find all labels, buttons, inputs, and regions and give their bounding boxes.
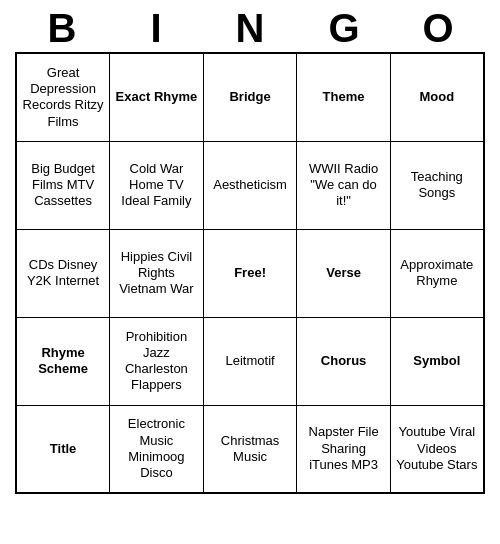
bingo-letter: I (109, 8, 203, 48)
bingo-cell: Leitmotif (203, 317, 297, 405)
bingo-letter: N (203, 8, 297, 48)
bingo-cell: Rhyme Scheme (16, 317, 110, 405)
bingo-cell: Electronic Music Minimoog Disco (110, 405, 204, 493)
bingo-cell: Cold War Home TV Ideal Family (110, 141, 204, 229)
bingo-letter: G (297, 8, 391, 48)
bingo-cell: Theme (297, 53, 390, 141)
bingo-cell: Free! (203, 229, 297, 317)
bingo-cell: Hippies Civil Rights Vietnam War (110, 229, 204, 317)
bingo-cell: Exact Rhyme (110, 53, 204, 141)
bingo-cell: Mood (390, 53, 484, 141)
bingo-cell: Napster File Sharing iTunes MP3 (297, 405, 390, 493)
bingo-cell: Aestheticism (203, 141, 297, 229)
bingo-cell: Title (16, 405, 110, 493)
bingo-cell: Youtube Viral Videos Youtube Stars (390, 405, 484, 493)
bingo-letter: B (15, 8, 109, 48)
bingo-cell: Prohibition Jazz Charleston Flappers (110, 317, 204, 405)
bingo-grid: Great Depression Records Ritzy FilmsExac… (15, 52, 485, 494)
bingo-cell: Approximate Rhyme (390, 229, 484, 317)
bingo-cell: Verse (297, 229, 390, 317)
bingo-letter: O (391, 8, 485, 48)
bingo-header: BINGO (15, 8, 485, 48)
bingo-cell: CDs Disney Y2K Internet (16, 229, 110, 317)
bingo-cell: Teaching Songs (390, 141, 484, 229)
bingo-cell: Great Depression Records Ritzy Films (16, 53, 110, 141)
bingo-cell: Bridge (203, 53, 297, 141)
bingo-cell: Christmas Music (203, 405, 297, 493)
bingo-cell: Chorus (297, 317, 390, 405)
bingo-cell: Big Budget Films MTV Cassettes (16, 141, 110, 229)
bingo-cell: WWII Radio "We can do it!" (297, 141, 390, 229)
bingo-cell: Symbol (390, 317, 484, 405)
